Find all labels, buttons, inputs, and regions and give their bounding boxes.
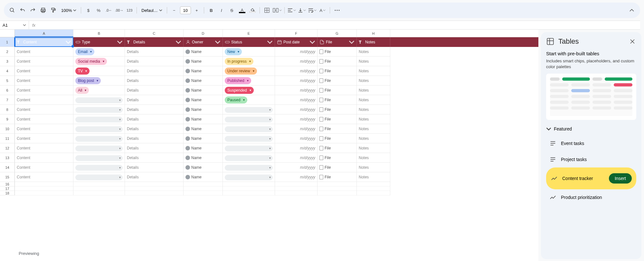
cell-owner[interactable]: Name xyxy=(184,153,223,163)
type-chip-empty[interactable]: ▾ xyxy=(75,146,123,151)
file-chip[interactable]: File xyxy=(319,47,331,57)
name-box[interactable]: A1 xyxy=(0,21,29,29)
col-header-G[interactable]: G xyxy=(317,30,357,37)
owner-chip[interactable]: Name xyxy=(185,66,202,76)
cell-type[interactable]: ▾ xyxy=(73,134,125,143)
merge-cells-icon[interactable] xyxy=(273,6,282,15)
status-chip-empty[interactable]: ▾ xyxy=(225,146,273,151)
cell-notes[interactable]: Notes xyxy=(357,86,390,95)
row-header-13[interactable]: 13 xyxy=(0,153,15,163)
owner-chip[interactable]: Name xyxy=(185,163,202,172)
cell-details[interactable]: Details xyxy=(125,95,184,105)
spreadsheet-grid[interactable]: A B C D E F G H 1 TContent Type TDetails… xyxy=(0,30,538,261)
cell-notes[interactable]: Notes xyxy=(357,114,390,124)
type-chip[interactable]: TV▾ xyxy=(75,68,90,75)
cell-details[interactable]: Details xyxy=(125,66,184,76)
font-size-input[interactable] xyxy=(180,6,191,14)
owner-chip[interactable]: Name xyxy=(185,105,202,114)
type-chip-empty[interactable]: ▾ xyxy=(75,136,123,142)
row-header-18[interactable]: 18 xyxy=(0,191,15,195)
status-chip-empty[interactable]: ▾ xyxy=(225,165,273,171)
type-chip-empty[interactable]: ▾ xyxy=(75,175,123,180)
th-status[interactable]: Status xyxy=(223,37,275,47)
cell-status[interactable]: ▾ xyxy=(223,124,275,134)
increase-decimal-icon[interactable]: .00→ xyxy=(115,6,124,15)
cell-status[interactable]: Published▾ xyxy=(223,76,275,86)
cell-content[interactable]: Content xyxy=(15,105,73,114)
cell-type[interactable]: ▾ xyxy=(73,163,125,172)
select-all-corner[interactable] xyxy=(0,30,15,37)
cell-date[interactable]: m/d/yyyy xyxy=(275,114,317,124)
cell-file[interactable]: File xyxy=(317,124,357,134)
cell-date[interactable]: m/d/yyyy xyxy=(275,163,317,172)
col-header-B[interactable]: B xyxy=(73,30,125,37)
th-details[interactable]: TDetails xyxy=(125,37,184,47)
increase-font-icon[interactable]: + xyxy=(192,6,201,15)
cell-file[interactable]: File xyxy=(317,143,357,153)
cell-notes[interactable]: Notes xyxy=(357,172,390,182)
cell-content[interactable]: Content xyxy=(15,47,73,57)
cell-details[interactable]: Details xyxy=(125,47,184,57)
cell-type[interactable]: ▾ xyxy=(73,124,125,134)
cell-date[interactable]: m/d/yyyy xyxy=(275,86,317,95)
cell-status[interactable]: ▾ xyxy=(223,143,275,153)
cell-notes[interactable]: Notes xyxy=(357,105,390,114)
percent-icon[interactable]: % xyxy=(94,6,103,15)
cell-notes[interactable]: Notes xyxy=(357,95,390,105)
cell-type[interactable]: Social media▾ xyxy=(73,57,125,66)
cell-content[interactable]: Content xyxy=(15,172,73,182)
col-header-D[interactable]: D xyxy=(184,30,223,37)
cell-status[interactable]: In progress▾ xyxy=(223,57,275,66)
cell-owner[interactable]: Name xyxy=(184,57,223,66)
cell-notes[interactable]: Notes xyxy=(357,124,390,134)
file-chip[interactable]: File xyxy=(319,124,331,134)
more-tools-icon[interactable] xyxy=(333,6,342,15)
cell-type[interactable]: All▾ xyxy=(73,86,125,95)
italic-icon[interactable]: I xyxy=(217,6,226,15)
row-header-14[interactable]: 14 xyxy=(0,163,15,172)
cell-file[interactable]: File xyxy=(317,153,357,163)
cell-content[interactable]: Content xyxy=(15,143,73,153)
type-chip-empty[interactable]: ▾ xyxy=(75,155,123,161)
status-chip-empty[interactable]: ▾ xyxy=(225,107,273,113)
type-chip-empty[interactable]: ▾ xyxy=(75,107,123,113)
cell-file[interactable]: File xyxy=(317,95,357,105)
strikethrough-icon[interactable]: S xyxy=(227,6,236,15)
currency-icon[interactable]: $ xyxy=(84,6,93,15)
row-header-12[interactable]: 12 xyxy=(0,143,15,153)
cell-owner[interactable]: Name xyxy=(184,66,223,76)
th-owner[interactable]: Owner xyxy=(184,37,223,47)
owner-chip[interactable]: Name xyxy=(185,57,202,66)
owner-chip[interactable]: Name xyxy=(185,47,202,57)
cell-details[interactable]: Details xyxy=(125,86,184,95)
row-header-11[interactable]: 11 xyxy=(0,134,15,143)
template-event-tasks[interactable]: Event tasks xyxy=(546,135,636,151)
template-content-tracker[interactable]: Content tracker Insert xyxy=(546,167,636,189)
row-header-10[interactable]: 10 xyxy=(0,124,15,134)
cell-content[interactable]: Content xyxy=(15,66,73,76)
cell-details[interactable]: Details xyxy=(125,124,184,134)
cell-notes[interactable]: Notes xyxy=(357,163,390,172)
status-chip-empty[interactable]: ▾ xyxy=(225,126,273,132)
cell-owner[interactable]: Name xyxy=(184,134,223,143)
owner-chip[interactable]: Name xyxy=(185,143,202,153)
cell-file[interactable]: File xyxy=(317,57,357,66)
cell-type[interactable]: ▾ xyxy=(73,95,125,105)
row-header-16[interactable]: 16 xyxy=(0,182,15,186)
font-select[interactable]: Defaul… xyxy=(139,8,164,13)
owner-chip[interactable]: Name xyxy=(185,76,202,86)
status-chip[interactable]: New▾ xyxy=(225,48,242,55)
cell-status[interactable]: Under review▾ xyxy=(223,66,275,76)
row-header-2[interactable]: 2 xyxy=(0,47,15,57)
cell-file[interactable]: File xyxy=(317,76,357,86)
cell-owner[interactable]: Name xyxy=(184,86,223,95)
th-content[interactable]: TContent xyxy=(15,37,73,47)
col-header-C[interactable]: C xyxy=(125,30,184,37)
cell-type[interactable]: ▾ xyxy=(73,172,125,182)
cell-date[interactable]: m/d/yyyy xyxy=(275,105,317,114)
cell-file[interactable]: File xyxy=(317,47,357,57)
cell-notes[interactable]: Notes xyxy=(357,57,390,66)
cell-file[interactable]: File xyxy=(317,86,357,95)
file-chip[interactable]: File xyxy=(319,57,331,66)
row-header-15[interactable]: 15 xyxy=(0,172,15,182)
